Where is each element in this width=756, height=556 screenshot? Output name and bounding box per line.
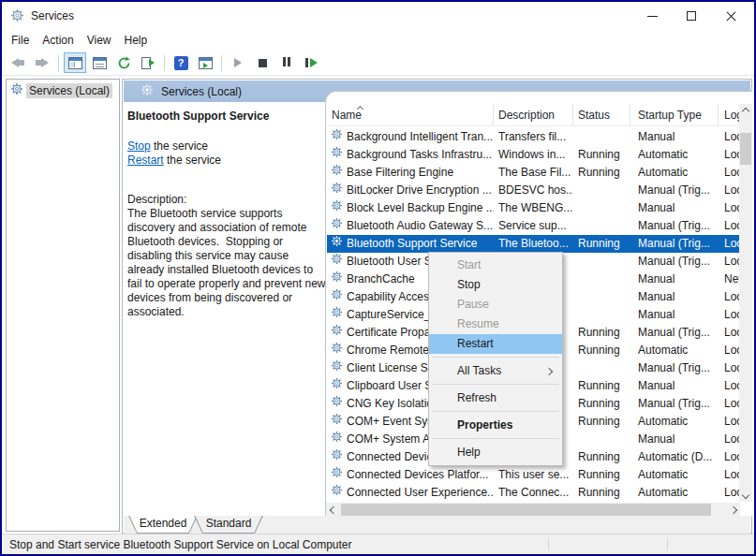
show-console-tree-button[interactable] [64, 52, 86, 73]
service-gear-icon [331, 431, 343, 448]
menu-view[interactable]: View [81, 31, 118, 50]
cell-status: Running [573, 342, 630, 359]
scroll-up-icon [742, 107, 749, 114]
context-menu: StartStopPauseResumeRestartAll TasksRefr… [428, 252, 563, 466]
cell-startup: Automatic [630, 342, 719, 359]
menu-file[interactable]: File [5, 31, 36, 50]
cell-description: Windows in... [494, 146, 573, 164]
table-row[interactable]: Connected User Experience...The Connec..… [327, 484, 739, 502]
close-button[interactable] [711, 2, 750, 30]
context-menu-item-properties[interactable]: Properties [429, 416, 562, 435]
context-menu-item-label: Properties [457, 418, 512, 432]
service-name: BranchCache [347, 271, 415, 288]
start-service-button[interactable] [227, 52, 249, 73]
vertical-scrollbar[interactable] [739, 104, 752, 502]
context-menu-item-all-tasks[interactable]: All Tasks [429, 361, 562, 381]
cell-status [573, 431, 630, 448]
forward-button[interactable] [31, 52, 53, 73]
table-row[interactable]: BitLocker Drive Encryption ...BDESVC hos… [327, 182, 739, 199]
tab-extended[interactable]: Extended [128, 516, 198, 534]
horizontal-scrollbar[interactable] [326, 503, 740, 517]
cell-startup: Manual (Trig... [630, 217, 719, 235]
cell-startup: Manual [630, 288, 719, 306]
cell-startup: Automatic [630, 164, 719, 182]
taskpad-header-label: Services (Local) [161, 85, 242, 98]
show-action-pane-button[interactable] [194, 52, 216, 73]
cell-status: Running [573, 235, 630, 253]
table-row[interactable]: Background Tasks Infrastru...Windows in.… [327, 146, 739, 164]
cell-status: Running [573, 324, 630, 342]
table-row[interactable]: Base Filtering EngineThe Base Fil...Runn… [327, 164, 739, 182]
properties-button[interactable] [88, 52, 111, 73]
service-name: Connected User Experience... [347, 484, 494, 502]
column-header-name[interactable]: Name [327, 104, 494, 125]
column-header-startup-type[interactable]: Startup Type [630, 104, 719, 125]
vertical-scroll-thumb[interactable] [740, 133, 751, 165]
context-menu-item-help[interactable]: Help [429, 443, 562, 462]
tree-item-label: Services (Local) [26, 83, 112, 98]
cell-description: The WBENG... [494, 199, 573, 217]
restart-service-button[interactable] [300, 52, 322, 73]
context-menu-item-refresh[interactable]: Refresh [429, 388, 562, 408]
column-header-status[interactable]: Status [573, 104, 630, 125]
cell-startup: Manual (Trig... [630, 182, 719, 199]
column-header-label: Name [332, 109, 362, 122]
minimize-button[interactable] [632, 2, 672, 30]
refresh-button[interactable] [112, 52, 135, 73]
cell-logon: Loc [719, 253, 739, 271]
context-menu-item-resume[interactable]: Resume [429, 315, 562, 334]
tab-standard[interactable]: Standard [194, 516, 263, 534]
service-name: Background Tasks Infrastru... [347, 146, 492, 164]
service-gear-icon [331, 395, 343, 413]
tab-label: Standard [194, 516, 263, 534]
cell-name: Background Intelligent Tran... [327, 128, 494, 146]
table-row[interactable]: Bluetooth Support ServiceThe Bluetoo...R… [327, 235, 739, 253]
cell-logon: Loc [719, 359, 739, 377]
cell-startup: Automatic [630, 413, 719, 431]
start-service-icon [234, 58, 242, 67]
table-row[interactable]: Bluetooth Audio Gateway S...Service sup.… [327, 217, 739, 235]
tree-item-services-local[interactable]: Services (Local) [8, 81, 117, 99]
export-list-button[interactable] [137, 52, 159, 73]
cell-status: Running [573, 146, 630, 164]
cell-logon: Net [719, 271, 739, 288]
scroll-down-button[interactable] [739, 488, 752, 502]
column-header-description[interactable]: Description [494, 104, 573, 125]
scroll-right-button[interactable] [726, 503, 740, 517]
service-gear-icon [331, 306, 343, 324]
context-menu-item-pause[interactable]: Pause [429, 295, 562, 315]
restart-service-link[interactable]: Restart [127, 154, 164, 167]
cell-status [573, 288, 630, 306]
context-menu-item-start[interactable]: Start [429, 256, 562, 275]
scroll-left-button[interactable] [326, 503, 340, 517]
menu-action[interactable]: Action [36, 31, 80, 50]
table-row[interactable]: Connected Devices Platfor...This user se… [327, 466, 739, 484]
context-menu-item-restart[interactable]: Restart [429, 334, 562, 354]
cell-logon: Loc [719, 484, 739, 502]
export-list-icon [141, 57, 155, 69]
scroll-up-button[interactable] [739, 104, 752, 118]
stop-service-button[interactable] [251, 52, 274, 73]
pause-service-button[interactable] [275, 52, 298, 73]
cell-startup: Automatic (D... [630, 448, 719, 466]
table-row[interactable]: Block Level Backup Engine ...The WBENG..… [327, 199, 739, 217]
context-menu-item-stop[interactable]: Stop [429, 275, 562, 295]
service-gear-icon [331, 128, 343, 146]
stop-service-link[interactable]: Stop [127, 139, 151, 153]
help-icon: ? [174, 56, 188, 70]
menu-help[interactable]: Help [118, 31, 155, 50]
cell-status [573, 199, 630, 217]
context-menu-item-label: Help [457, 446, 481, 459]
back-button[interactable] [7, 52, 29, 73]
help-button[interactable]: ? [170, 52, 192, 73]
table-row[interactable]: Background Intelligent Tran...Transfers … [327, 128, 739, 146]
window-controls [632, 2, 750, 30]
horizontal-scroll-thumb[interactable] [341, 504, 711, 516]
maximize-button[interactable] [672, 2, 711, 30]
pause-service-icon [282, 56, 291, 69]
column-header-log[interactable]: Log [719, 104, 739, 125]
cell-logon: Loc [719, 413, 739, 431]
cell-startup: Manual (Trig... [630, 235, 719, 253]
cell-description: This user se... [494, 466, 573, 484]
cell-startup: Manual (Trig... [630, 324, 719, 342]
